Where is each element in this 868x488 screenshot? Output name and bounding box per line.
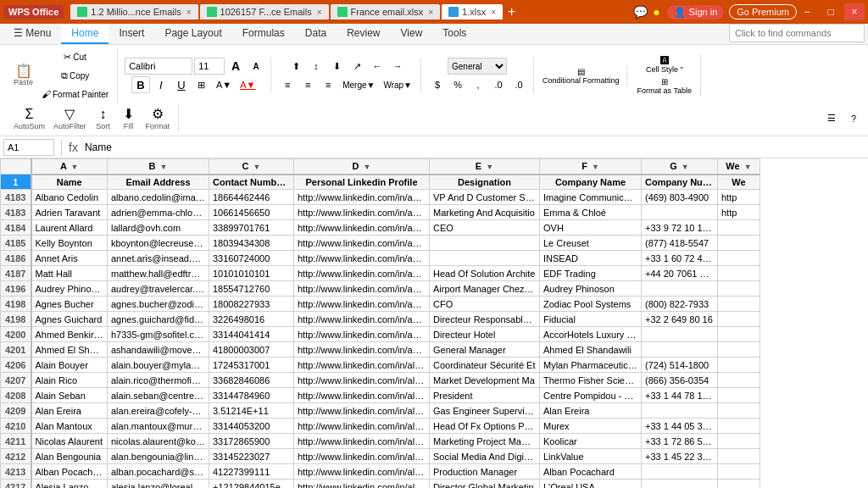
cell-A[interactable]: Audrey Phinosor: [31, 281, 108, 297]
ribbon-tab-data[interactable]: Data: [295, 24, 337, 44]
cell-A[interactable]: Alain Rico: [31, 373, 108, 388]
cell-D[interactable]: http://www.linkedin.com/in/ahmed-benkira…: [294, 327, 430, 342]
cell-B[interactable]: alan.bengounia@link-val...: [108, 449, 209, 464]
col-header-A[interactable]: A ▼: [31, 159, 108, 175]
cell-D[interactable]: http://www.linkedin.com/in/agnes-bucher-…: [294, 297, 430, 312]
ribbon-tab-menu[interactable]: ☰ Menu: [3, 24, 61, 44]
cell-G[interactable]: +33 1 44 78 12 33: [642, 388, 718, 403]
cell-A[interactable]: Kelly Boynton: [31, 236, 108, 251]
cell-D[interactable]: http://www.linkedin.com/in/alban-pocacha…: [294, 464, 430, 480]
cell-C[interactable]: 41227399111: [209, 464, 294, 480]
col-header-We[interactable]: We ▼: [718, 159, 760, 175]
cell-D[interactable]: http://www.linkedin.com/in/acoaaacalkmbu…: [294, 266, 430, 281]
cell-F[interactable]: Audrey Phinoson: [540, 281, 642, 297]
col-header-F[interactable]: F ▼: [540, 159, 642, 175]
autosum-button[interactable]: Σ AutoSum: [10, 105, 48, 132]
ribbon-tab-home[interactable]: Home: [61, 24, 108, 44]
cell-B[interactable]: alain.rico@thermofisher.c...: [108, 373, 209, 388]
formula-input[interactable]: [81, 139, 865, 156]
cell-G[interactable]: (724) 514-1800: [642, 358, 718, 373]
cell-G[interactable]: [642, 281, 718, 297]
sign-in-button[interactable]: 👤 Sign in: [667, 5, 725, 19]
col-header-B[interactable]: B ▼: [108, 159, 209, 175]
ribbon-tab-review[interactable]: Review: [337, 24, 390, 44]
cell-G[interactable]: (800) 822-7933: [642, 297, 718, 312]
conditional-formatting-button[interactable]: ▤ Conditional Formatting: [539, 65, 623, 86]
function-icon[interactable]: fx: [69, 141, 78, 154]
tab-2[interactable]: 1026157 F...ce Emails ×: [200, 4, 329, 19]
decrease-decimal-button[interactable]: .0: [509, 76, 528, 93]
cell-F[interactable]: Murex: [540, 419, 642, 434]
cell-B[interactable]: Email Address: [108, 175, 209, 190]
cell-A[interactable]: Albano Cedolin: [31, 190, 108, 205]
cell-G[interactable]: +33 1 60 72 40 00: [642, 251, 718, 266]
cell-A[interactable]: Alain Bouyer: [31, 358, 108, 373]
cell-C[interactable]: 18554712760: [209, 281, 294, 297]
align-bottom-button[interactable]: ⬇: [327, 58, 346, 75]
cell-B[interactable]: adrien@emma-chloe.com: [108, 205, 209, 220]
format-painter-button[interactable]: 🖌 Format Painter: [38, 86, 112, 103]
cell-We[interactable]: http: [718, 205, 760, 220]
cell-B[interactable]: nicolas.alaurent@koolicar...: [108, 434, 209, 449]
wrap-text-button[interactable]: Wrap▼: [380, 76, 415, 93]
cell-We[interactable]: [718, 312, 760, 327]
col-header-C[interactable]: C ▼: [209, 159, 294, 175]
cell-F[interactable]: Alban Pocachard: [540, 464, 642, 480]
col-header-G[interactable]: G ▼: [642, 159, 718, 175]
cell-F[interactable]: LinkValue: [540, 449, 642, 464]
cell-C[interactable]: 33160724000: [209, 251, 294, 266]
cell-F[interactable]: OVH: [540, 220, 642, 236]
cell-D[interactable]: http://www.linkedin.com/in/alain-bouyer-…: [294, 358, 430, 373]
cell-B[interactable]: ashandawili@movenpick.c...: [108, 342, 209, 358]
cell-G[interactable]: +33 9 72 10 10 07: [642, 220, 718, 236]
align-middle-button[interactable]: ↕: [307, 58, 326, 75]
col-header-D[interactable]: D ▼: [294, 159, 430, 175]
cell-E[interactable]: Head Of Solution Archite: [430, 266, 540, 281]
cell-E[interactable]: Head Of Fx Options Produ: [430, 419, 540, 434]
cell-B[interactable]: agnes.guichard@fiducial...: [108, 312, 209, 327]
cell-G[interactable]: +32 2 649 80 16: [642, 312, 718, 327]
cell-C[interactable]: +12129844015ext82: [209, 480, 294, 489]
tab-3[interactable]: France email.xlsx ×: [331, 4, 440, 19]
cell-E[interactable]: [430, 251, 540, 266]
cell-C[interactable]: 10661456650: [209, 205, 294, 220]
border-button[interactable]: ⊞: [192, 76, 211, 93]
cell-E[interactable]: Coordinateur Sécurité Et: [430, 358, 540, 373]
cell-E[interactable]: Directeur Responsable M: [430, 312, 540, 327]
align-center-button[interactable]: ≡: [298, 76, 317, 93]
currency-button[interactable]: $: [428, 76, 447, 93]
cell-F[interactable]: Centre Pompidou - MNAH: [540, 388, 642, 403]
thousands-button[interactable]: ,: [469, 76, 487, 93]
cell-A[interactable]: Laurent Allard: [31, 220, 108, 236]
ribbon-tab-page-layout[interactable]: Page Layout: [154, 24, 231, 44]
font-name-input[interactable]: [125, 58, 192, 75]
fill-color-button[interactable]: A▼: [213, 76, 235, 93]
cell-B[interactable]: annet.aris@insead.edu: [108, 251, 209, 266]
cell-D[interactable]: http://www.linkedin.com/in/agnes-guichar…: [294, 312, 430, 327]
tab-4-close[interactable]: ×: [491, 8, 496, 17]
cell-D[interactable]: http://www.linkedin.com/in/acedolin: [294, 190, 430, 205]
new-tab-button[interactable]: +: [508, 4, 515, 19]
cell-F[interactable]: L'Oreal USA: [540, 480, 642, 489]
cell-reference-input[interactable]: [3, 139, 54, 156]
cell-B[interactable]: albano.cedolin@imagine...: [108, 190, 209, 205]
col-header-E[interactable]: E ▼: [430, 159, 540, 175]
cell-B[interactable]: alain.seban@centrepomp...: [108, 388, 209, 403]
cell-F[interactable]: Mylan Pharmaceuticals In: [540, 358, 642, 373]
cell-D[interactable]: http://www.linkedin.com/in/alain-seban-2…: [294, 388, 430, 403]
cell-B[interactable]: audrey@travelercar.com: [108, 281, 209, 297]
font-size-input[interactable]: [194, 58, 225, 75]
cell-We[interactable]: [718, 327, 760, 342]
premium-button[interactable]: Go Premium: [729, 4, 797, 19]
cell-D[interactable]: http://www.linkedin.com/in/ahmed-el-shan…: [294, 342, 430, 358]
cell-D[interactable]: http://www.linkedin.com/in/acoaaa4pzqgbd…: [294, 205, 430, 220]
tab-2-close[interactable]: ×: [317, 8, 322, 17]
cell-C[interactable]: 10101010101: [209, 266, 294, 281]
cell-We[interactable]: [718, 403, 760, 419]
cell-A[interactable]: Alesia Lanzo: [31, 480, 108, 489]
chat-icon[interactable]: 💬: [633, 5, 648, 19]
cell-A[interactable]: Alban Pocachard: [31, 464, 108, 480]
wps-logo[interactable]: WPS Office: [3, 5, 64, 19]
cell-G[interactable]: [642, 464, 718, 480]
cell-B[interactable]: alan.mantoux@murex.com: [108, 419, 209, 434]
